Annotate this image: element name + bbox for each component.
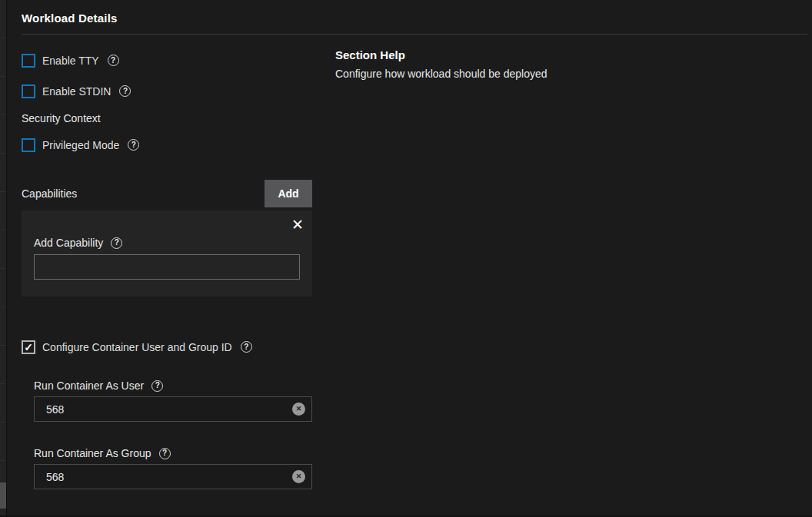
run-as-group-field: Run Container As Group ? ✕ — [34, 447, 312, 489]
capability-entry-panel: ✕ Add Capability ? — [22, 210, 312, 297]
run-as-user-field: Run Container As User ? ✕ — [34, 379, 312, 422]
run-as-group-label: Run Container As Group — [34, 447, 151, 459]
add-capability-button[interactable]: Add — [265, 180, 312, 207]
scrollbar-thumb[interactable] — [0, 482, 6, 509]
capabilities-label: Capabilities — [22, 187, 77, 200]
add-capability-label-row: Add Capability ? — [34, 237, 300, 249]
privileged-mode-label: Privileged Mode — [42, 139, 119, 151]
clear-input-icon[interactable]: ✕ — [292, 470, 305, 483]
page-title: Workload Details — [22, 11, 807, 26]
help-icon[interactable]: ? — [151, 380, 163, 392]
privileged-mode-checkbox[interactable] — [22, 138, 35, 152]
help-icon[interactable]: ? — [159, 448, 171, 459]
enable-tty-checkbox[interactable] — [22, 54, 35, 68]
privileged-mode-row: Privileged Mode ? — [22, 138, 312, 152]
section-help-description: Configure how workload should be deploye… — [335, 67, 807, 81]
enable-tty-label: Enable TTY — [42, 55, 99, 67]
configure-ids-checkbox[interactable]: ✓ — [22, 340, 35, 354]
form-column: Enable TTY ? Enable STDIN ? Security Con… — [22, 35, 312, 489]
close-icon[interactable]: ✕ — [291, 217, 304, 232]
help-icon[interactable]: ? — [111, 237, 122, 249]
page-content: Workload Details Enable TTY ? Enable STD… — [22, 0, 807, 489]
add-capability-label: Add Capability — [34, 237, 103, 249]
enable-stdin-row: Enable STDIN ? — [22, 84, 312, 98]
help-icon[interactable]: ? — [119, 85, 131, 97]
help-icon[interactable]: ? — [241, 341, 252, 353]
configure-ids-row: ✓ Configure Container User and Group ID … — [22, 340, 312, 354]
capabilities-header: Capabilities Add — [22, 180, 312, 207]
run-as-group-input[interactable] — [34, 464, 312, 489]
help-icon[interactable]: ? — [108, 55, 119, 66]
run-as-user-label: Run Container As User — [34, 379, 144, 392]
clear-input-icon[interactable]: ✕ — [292, 403, 305, 416]
help-icon[interactable]: ? — [128, 139, 139, 151]
section-help-column: Section Help Configure how workload shou… — [335, 35, 807, 81]
enable-stdin-checkbox[interactable] — [22, 85, 35, 98]
workload-details-page: Workload Details Enable TTY ? Enable STD… — [0, 0, 812, 517]
enable-stdin-label: Enable STDIN — [42, 85, 111, 98]
security-context-label: Security Context — [22, 112, 312, 124]
run-as-user-input[interactable] — [34, 396, 312, 422]
section-help-title: Section Help — [335, 48, 807, 63]
configure-ids-label: Configure Container User and Group ID — [42, 341, 232, 353]
page-header: Workload Details — [22, 0, 807, 35]
add-capability-input[interactable] — [34, 254, 300, 280]
enable-tty-row: Enable TTY ? — [22, 53, 312, 68]
left-panel-edge — [0, 0, 7, 517]
